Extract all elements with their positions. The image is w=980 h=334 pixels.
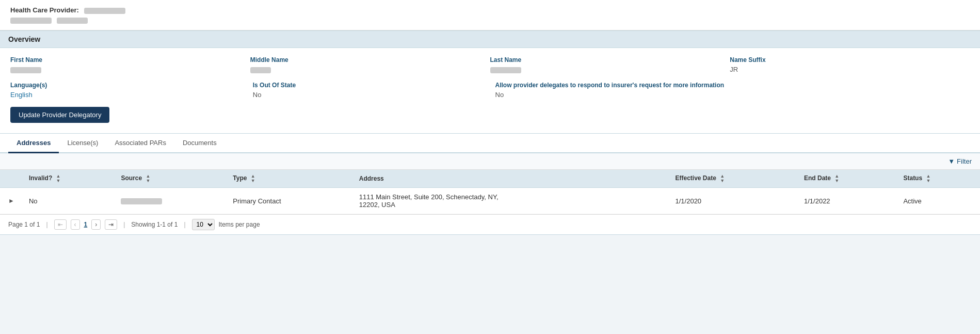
tab-addresses[interactable]: Addresses xyxy=(8,134,59,153)
sep2: | xyxy=(123,221,125,228)
col-source: Source ▲▼ xyxy=(115,170,227,188)
pagination: Page 1 of 1 | ⇤ ‹ 1 › ⇥ | Showing 1-1 of… xyxy=(0,214,980,234)
col-expand xyxy=(0,170,23,188)
row-source-redacted xyxy=(121,198,162,204)
prev-page-button[interactable]: ‹ xyxy=(71,219,80,230)
addresses-table: Invalid? ▲▼ Source ▲▼ Type ▲▼ Address xyxy=(0,170,980,214)
row-expand-cell: ► xyxy=(0,188,23,214)
sep1: | xyxy=(46,221,47,228)
table-header-row: Invalid? ▲▼ Source ▲▼ Type ▲▼ Address xyxy=(0,170,980,188)
languages-label: Language(s) xyxy=(10,82,243,89)
row-end-date: 1/1/2022 xyxy=(798,188,897,214)
last-name-label: Last Name xyxy=(490,56,720,63)
col-type: Type ▲▼ xyxy=(227,170,352,188)
end-date-sort-icon[interactable]: ▲▼ xyxy=(834,174,839,183)
name-suffix-value: JR xyxy=(730,66,959,73)
invalid-sort-icon[interactable]: ▲▼ xyxy=(56,174,61,183)
col-end-date-label: End Date xyxy=(804,174,831,182)
filter-button[interactable]: ▼ Filter xyxy=(948,157,972,165)
col-address: Address xyxy=(353,170,669,188)
row-invalid: No xyxy=(23,188,115,214)
col-invalid-label: Invalid? xyxy=(29,174,52,182)
provider-subname-redacted1 xyxy=(10,18,52,24)
row-effective-date: 1/1/2020 xyxy=(669,188,798,214)
status-sort-icon[interactable]: ▲▼ xyxy=(926,174,930,183)
delegates-value: No xyxy=(495,91,960,99)
fields-row-1: First Name Middle Name Last Name Name Su… xyxy=(10,56,970,73)
tab-associated-pars[interactable]: Associated PARs xyxy=(106,134,174,153)
col-address-label: Address xyxy=(359,175,384,182)
provider-subname-line xyxy=(10,16,970,24)
provider-label-line: Health Care Provider: xyxy=(10,6,970,14)
overview-card: First Name Middle Name Last Name Name Su… xyxy=(0,48,980,134)
table-toolbar: ▼ Filter xyxy=(0,153,980,170)
items-per-page-select[interactable]: 5 10 25 50 xyxy=(192,219,215,230)
table-section: ▼ Filter Invalid? ▲▼ Source ▲▼ T xyxy=(0,153,980,234)
col-invalid: Invalid? ▲▼ xyxy=(23,170,115,188)
first-page-button[interactable]: ⇤ xyxy=(54,219,67,230)
last-name-redacted xyxy=(490,67,521,73)
languages-value: English xyxy=(10,91,243,99)
col-type-label: Type xyxy=(233,174,247,182)
source-sort-icon[interactable]: ▲▼ xyxy=(146,174,150,183)
items-per-page-label: Items per page xyxy=(219,221,260,228)
tabs-section: Addresses License(s) Associated PARs Doc… xyxy=(0,134,980,235)
overview-title: Overview xyxy=(8,35,40,43)
delegates-group: Allow provider delegates to respond to i… xyxy=(495,82,970,99)
last-page-button[interactable]: ⇥ xyxy=(105,219,117,230)
row-status: Active xyxy=(897,188,980,214)
name-suffix-group: Name Suffix JR xyxy=(730,56,970,73)
middle-name-label: Middle Name xyxy=(250,56,480,63)
tabs-bar: Addresses License(s) Associated PARs Doc… xyxy=(0,134,980,153)
out-of-state-group: Is Out Of State No xyxy=(253,82,495,99)
update-provider-delegatory-button[interactable]: Update Provider Delegatory xyxy=(10,107,109,123)
tab-documents[interactable]: Documents xyxy=(174,134,225,153)
col-source-label: Source xyxy=(121,174,142,182)
row-source xyxy=(115,188,227,214)
col-effective-date-label: Effective Date xyxy=(675,174,716,182)
name-suffix-label: Name Suffix xyxy=(730,56,959,63)
showing-label: Showing 1-1 of 1 xyxy=(131,221,178,228)
first-name-redacted xyxy=(10,67,41,73)
col-status-label: Status xyxy=(903,174,922,182)
first-name-label: First Name xyxy=(10,56,240,63)
row-address: 1111 Main Street, Suite 200, Schenectady… xyxy=(353,188,669,214)
col-effective-date: Effective Date ▲▼ xyxy=(669,170,798,188)
type-sort-icon[interactable]: ▲▼ xyxy=(251,174,255,183)
provider-subname-redacted2 xyxy=(57,18,88,24)
sep3: | xyxy=(184,221,185,228)
last-name-value xyxy=(490,66,720,73)
languages-group: Language(s) English xyxy=(10,82,253,99)
middle-name-group: Middle Name xyxy=(250,56,490,73)
overview-section-header: Overview xyxy=(0,30,980,48)
fields-row-2: Language(s) English Is Out Of State No A… xyxy=(10,82,970,99)
next-page-button[interactable]: › xyxy=(91,219,101,230)
first-name-value xyxy=(10,66,240,73)
provider-name-redacted xyxy=(84,8,125,14)
provider-label: Health Care Provider: xyxy=(10,6,79,14)
filter-label: Filter xyxy=(957,157,972,165)
table-row: ► No Primary Contact 1111 Main Street, S… xyxy=(0,188,980,214)
delegates-label: Allow provider delegates to respond to i… xyxy=(495,82,960,89)
first-name-group: First Name xyxy=(10,56,250,73)
middle-name-redacted xyxy=(250,67,271,73)
effective-date-sort-icon[interactable]: ▲▼ xyxy=(720,174,725,183)
tab-licenses[interactable]: License(s) xyxy=(59,134,106,153)
row-expand-button[interactable]: ► xyxy=(6,196,17,205)
page-header: Health Care Provider: xyxy=(0,0,980,30)
row-type: Primary Contact xyxy=(227,188,352,214)
last-name-group: Last Name xyxy=(490,56,730,73)
current-page: 1 xyxy=(84,221,88,228)
out-of-state-value: No xyxy=(253,91,485,99)
col-status: Status ▲▼ xyxy=(897,170,980,188)
out-of-state-label: Is Out Of State xyxy=(253,82,485,89)
filter-icon: ▼ xyxy=(948,157,955,165)
page-info: Page 1 of 1 xyxy=(8,221,40,228)
col-end-date: End Date ▲▼ xyxy=(798,170,897,188)
middle-name-value xyxy=(250,66,480,73)
